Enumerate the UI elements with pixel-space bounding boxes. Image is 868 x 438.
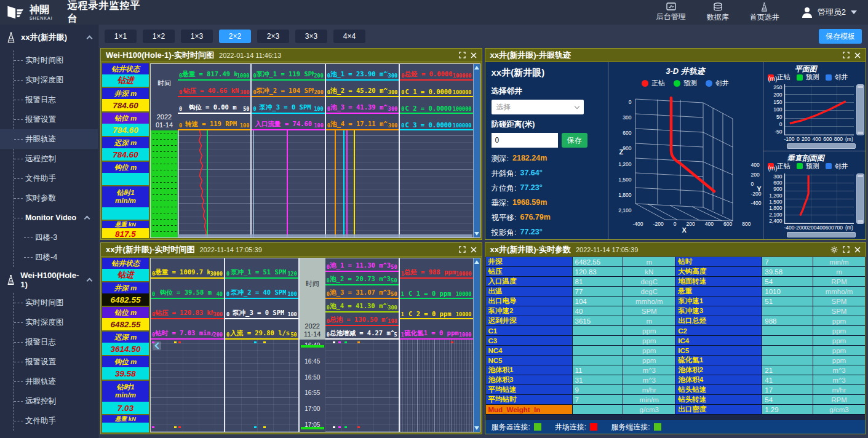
sidebar-item[interactable]: 报警日志 — [14, 332, 98, 352]
monitor-icon — [666, 2, 676, 11]
y-axis-ticks: 4002000-200-400 — [751, 162, 761, 206]
layout-button[interactable]: 1×2 — [143, 30, 175, 43]
sidebar-item[interactable]: 远程控制 — [14, 149, 98, 169]
curve-legend: 0 总烃 = 0.0000 100000 — [400, 64, 472, 81]
curve-legend: 0 池_4 = 17.11 m^3 300 — [326, 114, 399, 130]
main-area: 1×11×21×32×22×33×34×4 保存模板 Wei-H100(Hole… — [98, 25, 868, 438]
sidebar-item[interactable]: 实时参数 — [14, 188, 98, 208]
offset-well-select[interactable]: 选择 — [492, 100, 584, 114]
time-column: 时间 2022 11-14 16:4016:4516:5016:5517:001… — [298, 258, 325, 432]
params-table: 井深6482.55m钻时7min/m钻压120.83kN大钩高度39.58m入口… — [485, 257, 866, 415]
expand-icon[interactable] — [459, 246, 466, 253]
user-menu[interactable]: 管理员2 — [800, 6, 857, 19]
chevron-up-icon — [87, 36, 93, 42]
param-value: 6482.55 — [102, 318, 149, 330]
param-label: 悬重 kN — [102, 415, 149, 423]
close-icon[interactable] — [471, 247, 477, 253]
close-icon[interactable] — [854, 247, 861, 253]
tree-twig — [14, 401, 23, 402]
well-group-1: xx井(新井眼) 实时时间图 实时深度图 报警日志 — [0, 25, 98, 267]
table-cell: m/hr — [813, 385, 865, 394]
table-cell: 1.29 — [762, 405, 813, 414]
layout-button[interactable]: 1×3 — [181, 30, 213, 43]
layout-button[interactable]: 2×2 — [219, 30, 251, 43]
layout-button[interactable]: 1×1 — [105, 30, 137, 43]
sidebar-item[interactable]: 远程控制 — [14, 391, 98, 411]
table-cell: ppm — [623, 356, 675, 365]
save-template-button[interactable]: 保存模板 — [819, 29, 862, 44]
curve-wob — [178, 130, 250, 237]
x-axis-label: X — [682, 226, 687, 234]
tree-twig — [14, 60, 23, 61]
sidebar-item[interactable]: 实时时间图 — [14, 50, 98, 70]
param-label: 悬重 kN — [102, 221, 149, 228]
plot3d-title: 3-D 井轨迹 — [608, 66, 763, 77]
panel-timestamp: 2022-11-14 17:05:39 — [576, 246, 638, 253]
curve-legend: 0 池_1 = 23.90 m^3 300 — [326, 64, 399, 81]
sidebar-item[interactable]: 报警设置 — [14, 352, 98, 372]
table-cell: NC5 — [486, 356, 572, 365]
table-cell: 41 — [762, 375, 813, 384]
sidebar-item[interactable]: Monitor Video — [14, 208, 98, 228]
table-cell: 钻时 — [675, 257, 762, 266]
vert-vscrollbar[interactable] — [856, 173, 864, 225]
plan-hscrollbar[interactable] — [787, 143, 856, 149]
close-icon[interactable] — [471, 52, 477, 58]
param-block: 钩位 m 39.58 — [102, 356, 149, 380]
sidebar-item[interactable]: 实时深度图 — [14, 313, 98, 332]
expand-icon[interactable] — [843, 52, 850, 58]
sidebar-item[interactable]: 井眼轨迹 — [14, 372, 98, 391]
layout-button[interactable]: 2×3 — [257, 30, 289, 43]
sidebar-item[interactable]: 文件助手 — [14, 411, 98, 431]
scroll-down-icon[interactable] — [474, 232, 479, 236]
save-button[interactable]: 保存 — [562, 133, 587, 148]
table-cell — [573, 326, 623, 335]
layout-buttons: 1×11×21×32×22×33×34×4 — [105, 30, 365, 43]
sidebar-item[interactable]: 文件助手 — [14, 169, 98, 188]
status-badge — [534, 423, 541, 431]
table-cell: 出口电导 — [486, 297, 572, 306]
stat-row: 测深: 2182.24m — [492, 154, 602, 164]
vert-y-ticks: 3006009001,2001,5001,8002,1002,400 — [766, 173, 784, 225]
sidebar-well-xx[interactable]: xx井(新井眼) — [0, 25, 98, 50]
distance-input[interactable] — [492, 133, 558, 148]
tree-twig — [14, 139, 23, 140]
scroll-down-icon[interactable] — [474, 426, 479, 430]
sidebar-item[interactable]: 井眼轨迹 — [14, 129, 98, 149]
table-cell — [573, 356, 623, 365]
curve-legend: 0 泵冲_1 = 51 SPM 120 — [225, 258, 298, 279]
nav-well-select[interactable]: 首页选井 — [750, 2, 779, 23]
panel-title-bar: xx井(新井眼)-实时时间图 2022-11-14 17:05:39 — [101, 243, 482, 257]
table-cell: ppm — [623, 346, 675, 355]
table-cell: 地面转速 — [675, 277, 762, 286]
sidebar-well-weih100[interactable]: Wei-H100(Hole-1) — [0, 267, 98, 293]
table-cell: m^3 — [813, 375, 865, 384]
table-cell: 泵冲速2 — [486, 306, 572, 316]
expand-icon[interactable] — [843, 246, 850, 253]
curve-legend: 0 泵冲_2 = 40 SPM 100 — [225, 279, 298, 299]
layout-button[interactable]: 3×3 — [295, 30, 327, 43]
plan-vscrollbar[interactable] — [856, 84, 864, 135]
vertical-scrollbar[interactable] — [473, 258, 480, 432]
vert-hscrollbar[interactable] — [787, 232, 856, 237]
expand-icon[interactable] — [459, 52, 466, 58]
tree-twig — [14, 303, 23, 303]
sidebar-item[interactable]: 实时深度图 — [14, 70, 98, 90]
sidebar-item[interactable]: 实时时间图 — [14, 293, 98, 313]
sidebar-item[interactable]: 报警日志 — [14, 90, 98, 110]
vertical-scrollbar[interactable] — [473, 64, 480, 237]
scroll-up-icon[interactable] — [474, 66, 479, 70]
sidebar-item[interactable]: 报警设置 — [14, 110, 98, 129]
nav-database[interactable]: 数据库 — [707, 2, 729, 23]
sidebar-item[interactable]: 四楼-4 — [24, 247, 98, 267]
close-icon[interactable] — [854, 52, 861, 58]
scroll-up-icon[interactable] — [474, 260, 479, 264]
curve-legend: 0 泵冲_2 = 104 SPM 200 — [252, 81, 324, 97]
layout-button[interactable]: 4×4 — [333, 30, 365, 43]
table-cell: 钻头钻速 — [675, 385, 762, 394]
nav-backend[interactable]: 后台管理 — [656, 2, 686, 22]
gear-icon[interactable] — [830, 246, 838, 253]
horizontal-scrollbar[interactable] — [178, 234, 472, 237]
select-label: 选择邻井 — [492, 86, 602, 97]
sidebar-item[interactable]: 四楼-3 — [24, 228, 98, 247]
